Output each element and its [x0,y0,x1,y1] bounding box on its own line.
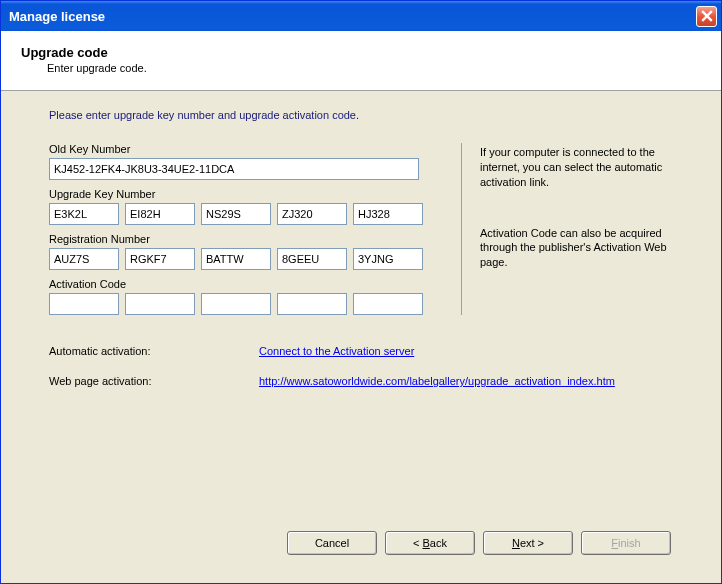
next-button[interactable]: Next > [483,531,573,555]
back-button[interactable]: < Back [385,531,475,555]
upgrade-key-2[interactable] [125,203,195,225]
upgrade-key-4[interactable] [277,203,347,225]
finish-button: Finish [581,531,671,555]
page-title: Upgrade code [21,45,701,60]
upgrade-key-1[interactable] [49,203,119,225]
window-frame: Manage license Upgrade code Enter upgrad… [0,0,722,584]
registration-1[interactable] [49,248,119,270]
form-column: Old Key Number Upgrade Key Number Regist… [49,143,439,315]
registration-4[interactable] [277,248,347,270]
links-block: Automatic activation: Connect to the Act… [49,345,689,405]
back-mnemonic: B [423,537,430,549]
next-rest: ext > [520,537,544,549]
old-key-label: Old Key Number [49,143,439,155]
auto-activation-label: Automatic activation: [49,345,259,357]
close-icon [701,10,713,22]
registration-label: Registration Number [49,233,439,245]
auto-activation-row: Automatic activation: Connect to the Act… [49,345,689,357]
header-panel: Upgrade code Enter upgrade code. [1,31,721,91]
activation-4[interactable] [277,293,347,315]
content-area: Please enter upgrade key number and upgr… [1,91,721,583]
old-key-input[interactable] [49,158,419,180]
web-activation-row: Web page activation: http://www.satoworl… [49,375,689,387]
window-title: Manage license [9,9,696,24]
finish-rest: inish [618,537,641,549]
cancel-button[interactable]: Cancel [287,531,377,555]
back-prefix: < [413,537,422,549]
titlebar: Manage license [1,1,721,31]
activation-label: Activation Code [49,278,439,290]
main-row: Old Key Number Upgrade Key Number Regist… [49,143,689,315]
registration-2[interactable] [125,248,195,270]
activation-1[interactable] [49,293,119,315]
page-subtitle: Enter upgrade code. [47,62,701,74]
web-activation-link[interactable]: http://www.satoworldwide.com/labelgaller… [259,375,615,387]
info-paragraph-1: If your computer is connected to the int… [480,145,689,190]
close-button[interactable] [696,6,717,27]
next-mnemonic: N [512,537,520,549]
auto-activation-link[interactable]: Connect to the Activation server [259,345,414,357]
info-paragraph-2: Activation Code can also be acquired thr… [480,226,689,271]
button-row: Cancel < Back Next > Finish [49,513,689,573]
registration-group [49,248,439,270]
upgrade-key-label: Upgrade Key Number [49,188,439,200]
registration-5[interactable] [353,248,423,270]
info-column: If your computer is connected to the int… [461,143,689,315]
web-activation-label: Web page activation: [49,375,259,387]
activation-5[interactable] [353,293,423,315]
upgrade-key-3[interactable] [201,203,271,225]
activation-2[interactable] [125,293,195,315]
upgrade-key-5[interactable] [353,203,423,225]
activation-group [49,293,439,315]
upgrade-key-group [49,203,439,225]
instruction-text: Please enter upgrade key number and upgr… [49,109,689,121]
activation-3[interactable] [201,293,271,315]
back-rest: ack [430,537,447,549]
registration-3[interactable] [201,248,271,270]
